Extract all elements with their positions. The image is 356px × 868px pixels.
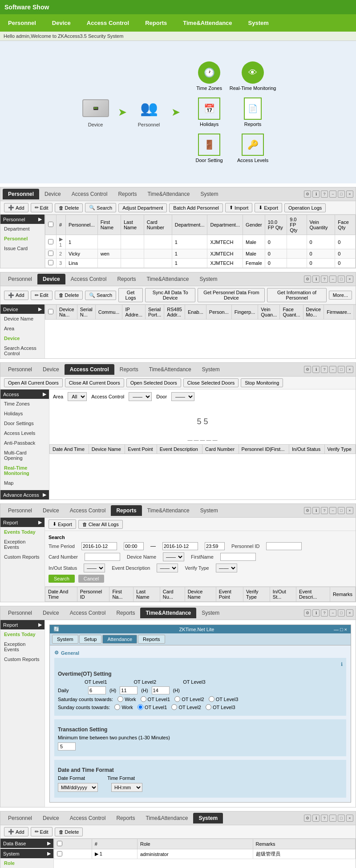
d-delete-btn[interactable]: 🗑 Delete bbox=[55, 291, 83, 300]
sidebar-device-name[interactable]: Device Name bbox=[0, 314, 44, 324]
sys-nav-system[interactable]: System bbox=[193, 813, 223, 823]
nav-device[interactable]: Device bbox=[44, 16, 79, 30]
ac-door-settings[interactable]: Door Settings bbox=[0, 418, 49, 428]
ac-nav-device[interactable]: Device bbox=[37, 364, 65, 375]
ac-time-zones[interactable]: Time Zones bbox=[0, 399, 49, 409]
sys-delete-btn[interactable]: 🗑 Delete bbox=[55, 827, 83, 836]
sidebar-area[interactable]: Area bbox=[0, 324, 44, 333]
ta-nav-attendance-tab[interactable]: Attendance bbox=[102, 635, 137, 644]
ta-minus-icon[interactable]: − bbox=[329, 609, 336, 617]
sys-question-icon[interactable]: ? bbox=[321, 815, 328, 822]
close-selected-btn[interactable]: Close Selected Doors bbox=[183, 378, 239, 387]
min-value-input[interactable] bbox=[58, 742, 76, 750]
stop-monitoring-btn[interactable]: Stop Monitoring bbox=[241, 378, 283, 387]
question-icon[interactable]: ? bbox=[321, 191, 328, 198]
d-settings-icon[interactable]: ⚙ bbox=[304, 276, 311, 283]
area-select[interactable]: All bbox=[68, 392, 87, 401]
rp-export-btn[interactable]: ⬇ Export bbox=[49, 519, 76, 529]
ta-settings-icon[interactable]: ⚙ bbox=[304, 609, 311, 617]
export-btn[interactable]: ⬇ Export bbox=[255, 203, 282, 212]
sys-row-check-1[interactable] bbox=[57, 851, 62, 856]
rp-settings-icon[interactable]: ⚙ bbox=[304, 507, 311, 514]
nav-personnel[interactable]: Personnel bbox=[0, 16, 44, 30]
rp-info-icon[interactable]: ℹ bbox=[312, 507, 320, 514]
d-minus-icon[interactable]: − bbox=[329, 276, 336, 283]
device-select-all[interactable] bbox=[48, 309, 53, 314]
close-all-btn[interactable]: Close All Current Doors bbox=[65, 378, 124, 387]
d-restore-icon[interactable]: □ bbox=[338, 276, 345, 283]
ac-nav-reports[interactable]: Reports bbox=[114, 364, 144, 375]
ta-close-icon[interactable]: × bbox=[346, 609, 353, 617]
rp-nav-ta[interactable]: Time&Attendance bbox=[142, 505, 195, 516]
ac-nav-personnel[interactable]: Personnel bbox=[3, 364, 37, 375]
settings-icon[interactable]: ⚙ bbox=[304, 191, 311, 198]
ac-map[interactable]: Map bbox=[0, 478, 49, 488]
sys-close-icon[interactable]: × bbox=[346, 815, 353, 822]
inout-select[interactable]: —— bbox=[84, 564, 105, 572]
reports-exception[interactable]: Exception Events bbox=[0, 537, 44, 552]
rp-nav-reports[interactable]: Reports bbox=[111, 505, 142, 516]
add-btn[interactable]: ➕ Add bbox=[4, 203, 28, 212]
ac-select[interactable]: —— bbox=[129, 392, 152, 401]
sys-settings-icon[interactable]: ⚙ bbox=[304, 815, 311, 822]
search-cancel-btn[interactable]: Cancel bbox=[78, 575, 104, 583]
sys-minus-icon[interactable]: − bbox=[329, 815, 336, 822]
from-date-input[interactable] bbox=[81, 542, 117, 550]
ta-nav-reports[interactable]: Reports bbox=[111, 608, 140, 618]
reports-events-today[interactable]: Events Today bbox=[0, 527, 44, 537]
ta-exception[interactable]: Exception Events bbox=[0, 639, 44, 654]
d-info-icon[interactable]: ℹ bbox=[312, 276, 320, 283]
close-icon[interactable]: × bbox=[346, 191, 353, 198]
sys-nav-personnel[interactable]: Personnel bbox=[3, 813, 37, 823]
personnel-nav-system[interactable]: System bbox=[195, 189, 223, 199]
device-nav-access[interactable]: Access Control bbox=[65, 274, 112, 284]
personnel-nav-personnel[interactable]: Personnel bbox=[3, 189, 39, 199]
d-search-btn[interactable]: 🔍 Search bbox=[85, 291, 116, 300]
sidebar-department[interactable]: Department bbox=[0, 224, 44, 234]
ta-nav-reports-tab[interactable]: Reports bbox=[138, 635, 165, 644]
rp-restore-icon[interactable]: □ bbox=[338, 507, 345, 514]
nav-access-control[interactable]: Access Control bbox=[79, 16, 137, 30]
device-nav-reports[interactable]: Reports bbox=[112, 274, 141, 284]
edit-btn[interactable]: ✏ Edit bbox=[31, 203, 53, 212]
sys-nav-reports[interactable]: Reports bbox=[111, 813, 140, 823]
sat-ot1-radio[interactable] bbox=[141, 696, 146, 702]
row-check-3[interactable] bbox=[48, 260, 53, 265]
time-format-select[interactable]: HH:mm bbox=[111, 783, 142, 792]
nav-time-attendance[interactable]: Time&Attendance bbox=[175, 16, 240, 30]
sidebar-personnel[interactable]: Personnel bbox=[0, 234, 44, 243]
rp-minus-icon[interactable]: − bbox=[329, 507, 336, 514]
op-logs-btn[interactable]: Operation Logs bbox=[284, 203, 326, 212]
rp-clear-btn[interactable]: 🗑 Clear All Logs bbox=[78, 520, 123, 529]
rp-close-icon[interactable]: × bbox=[346, 507, 353, 514]
sys-nav-access[interactable]: Access Control bbox=[65, 813, 111, 823]
ac-info-icon[interactable]: ℹ bbox=[312, 366, 320, 373]
nav-system[interactable]: System bbox=[240, 16, 277, 30]
restore-icon[interactable]: □ bbox=[338, 191, 345, 198]
sys-edit-btn[interactable]: ✏ Edit bbox=[31, 827, 53, 836]
d-getlogs-btn[interactable]: Get Logs bbox=[118, 288, 143, 302]
ot-level3-daily-input[interactable] bbox=[152, 686, 170, 694]
sat-ot3-radio[interactable] bbox=[209, 696, 214, 702]
ac-holidays[interactable]: Holidays bbox=[0, 409, 49, 418]
device-nav-system[interactable]: System bbox=[194, 274, 222, 284]
sys-restore-icon[interactable]: □ bbox=[338, 815, 345, 822]
sidebar-device[interactable]: Device bbox=[0, 333, 44, 343]
sys-add-btn[interactable]: ➕ Add bbox=[4, 827, 28, 836]
batch-add-btn[interactable]: Batch Add Personnel bbox=[169, 203, 223, 212]
info-icon[interactable]: ℹ bbox=[312, 191, 320, 198]
search-btn[interactable]: 🔍 Search bbox=[85, 203, 116, 212]
select-all-check[interactable] bbox=[48, 222, 53, 227]
ac-nav-ta[interactable]: Time&Attendance bbox=[144, 364, 197, 375]
sun-ot2-radio[interactable] bbox=[171, 704, 177, 710]
d-edit-btn[interactable]: ✏ Edit bbox=[31, 291, 53, 300]
rp-question-icon[interactable]: ? bbox=[321, 507, 328, 514]
ta-nav-system-tab[interactable]: System bbox=[52, 635, 78, 644]
ac-access-levels[interactable]: Access Levels bbox=[0, 428, 49, 438]
ot-level1-daily-input[interactable] bbox=[88, 686, 106, 694]
to-time-input[interactable] bbox=[205, 542, 225, 550]
device-nav-ta[interactable]: Time&Attendance bbox=[141, 274, 194, 284]
sys-nav-ta[interactable]: Time&Attendance bbox=[140, 813, 193, 823]
sun-ot1-radio[interactable] bbox=[138, 704, 143, 710]
ac-nav-system[interactable]: System bbox=[197, 364, 225, 375]
